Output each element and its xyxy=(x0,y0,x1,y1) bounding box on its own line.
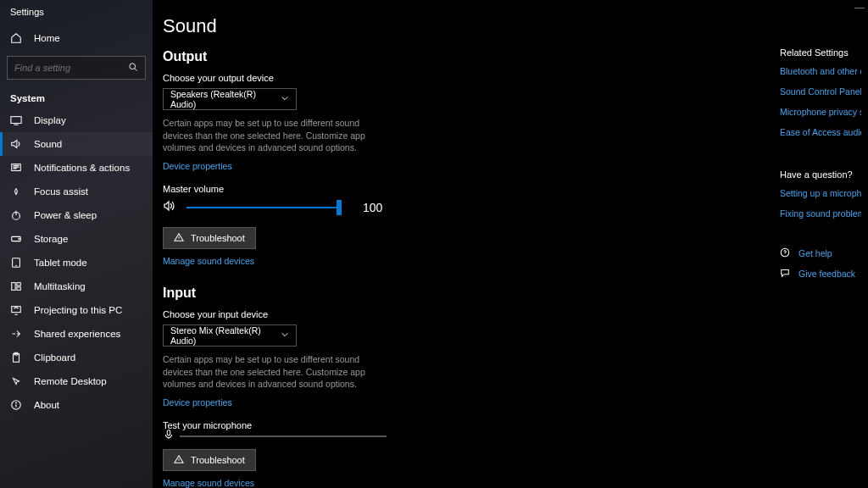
sidebar-item-projecting[interactable]: Projecting to this PC xyxy=(0,298,153,322)
sidebar-item-label: Tablet mode xyxy=(34,258,87,268)
group-header-system: System xyxy=(0,88,153,108)
output-help-text: Certain apps may be set up to use differ… xyxy=(163,117,383,154)
sidebar-item-remote[interactable]: Remote Desktop xyxy=(0,369,153,393)
have-question-header: Have a question? xyxy=(780,169,861,180)
related-link-ease-of-access[interactable]: Ease of Access audio settings xyxy=(780,127,861,137)
master-volume-label: Master volume xyxy=(163,184,620,194)
sidebar: Settings Home System Display Sound Notif… xyxy=(0,0,153,488)
volume-value: 100 xyxy=(363,201,382,214)
input-device-value: Stereo Mix (Realtek(R) Audio) xyxy=(170,325,281,346)
troubleshoot-label: Troubleshoot xyxy=(191,455,245,465)
focus-icon xyxy=(10,186,22,197)
app-title: Settings xyxy=(0,3,153,25)
chevron-down-icon xyxy=(281,330,289,341)
svg-rect-13 xyxy=(17,287,20,291)
sidebar-item-clipboard[interactable]: Clipboard xyxy=(0,346,153,369)
svg-rect-21 xyxy=(167,430,170,435)
tablet-icon xyxy=(10,257,22,269)
give-feedback-link[interactable]: Give feedback xyxy=(780,268,861,280)
sidebar-item-label: Display xyxy=(34,115,66,125)
svg-point-19 xyxy=(16,402,17,403)
output-section-title: Output xyxy=(163,49,620,64)
home-label: Home xyxy=(34,33,60,43)
related-link-sound-control-panel[interactable]: Sound Control Panel xyxy=(780,86,861,97)
projecting-icon xyxy=(10,304,22,316)
sidebar-item-notifications[interactable]: Notifications & actions xyxy=(0,156,153,180)
sidebar-item-about[interactable]: About xyxy=(0,393,153,417)
notifications-icon xyxy=(10,162,22,174)
related-link-microphone-privacy[interactable]: Microphone privacy settings xyxy=(780,107,861,117)
volume-slider[interactable] xyxy=(186,207,339,208)
mic-level-meter xyxy=(180,435,387,437)
window-minimize-button[interactable]: — xyxy=(854,2,865,14)
help-icon xyxy=(780,247,790,259)
related-link-bluetooth[interactable]: Bluetooth and other devices xyxy=(780,66,861,76)
get-help-link[interactable]: Get help xyxy=(780,247,861,259)
get-help-label: Get help xyxy=(798,248,832,258)
sidebar-item-storage[interactable]: Storage xyxy=(0,227,153,251)
chevron-down-icon xyxy=(281,94,289,104)
multitasking-icon xyxy=(10,280,22,292)
sidebar-item-tablet[interactable]: Tablet mode xyxy=(0,251,153,274)
input-manage-sound-devices-link[interactable]: Manage sound devices xyxy=(163,478,254,488)
output-device-properties-link[interactable]: Device properties xyxy=(163,161,232,171)
output-troubleshoot-button[interactable]: Troubleshoot xyxy=(163,227,256,249)
search-field[interactable] xyxy=(14,63,125,73)
about-icon xyxy=(10,399,22,411)
manage-sound-devices-link[interactable]: Manage sound devices xyxy=(163,256,254,266)
power-icon xyxy=(10,209,22,221)
sidebar-item-multitasking[interactable]: Multitasking xyxy=(0,274,153,298)
sidebar-item-power[interactable]: Power & sleep xyxy=(0,203,153,227)
sidebar-item-label: Storage xyxy=(34,234,68,244)
sidebar-item-shared[interactable]: Shared experiences xyxy=(0,322,153,346)
sidebar-item-label: Projecting to this PC xyxy=(34,305,122,315)
input-section-title: Input xyxy=(163,286,620,301)
input-device-dropdown[interactable]: Stereo Mix (Realtek(R) Audio) xyxy=(163,324,297,347)
sidebar-item-label: Notifications & actions xyxy=(34,163,130,173)
question-link-mic-setup[interactable]: Setting up a microphone xyxy=(780,188,861,198)
storage-icon xyxy=(10,233,22,245)
test-mic-label: Test your microphone xyxy=(163,420,620,430)
speaker-icon[interactable] xyxy=(163,199,176,215)
microphone-icon xyxy=(163,429,175,443)
home-button[interactable]: Home xyxy=(0,25,153,51)
svg-line-1 xyxy=(135,68,137,70)
svg-rect-12 xyxy=(17,283,20,286)
output-device-value: Speakers (Realtek(R) Audio) xyxy=(170,89,281,109)
warning-icon xyxy=(174,232,184,244)
input-device-properties-link[interactable]: Device properties xyxy=(163,397,232,408)
input-troubleshoot-button[interactable]: Troubleshoot xyxy=(163,449,256,471)
main-content: Sound Output Choose your output device S… xyxy=(153,0,868,488)
clipboard-icon xyxy=(10,352,22,363)
related-settings-header: Related Settings xyxy=(780,47,861,58)
home-icon xyxy=(10,32,22,44)
right-column: Related Settings Bluetooth and other dev… xyxy=(780,47,861,288)
choose-input-label: Choose your input device xyxy=(163,309,620,319)
sidebar-item-label: Shared experiences xyxy=(34,329,120,339)
svg-point-0 xyxy=(130,63,136,69)
sidebar-item-label: Focus assist xyxy=(34,186,88,197)
svg-rect-11 xyxy=(12,283,15,291)
remote-icon xyxy=(10,375,22,387)
choose-output-label: Choose your output device xyxy=(163,73,620,83)
svg-rect-2 xyxy=(11,117,21,124)
display-icon xyxy=(10,114,22,126)
sidebar-item-focus-assist[interactable]: Focus assist xyxy=(0,180,153,203)
sidebar-item-label: Sound xyxy=(34,139,62,149)
question-link-fixing-sound[interactable]: Fixing sound problems xyxy=(780,208,861,219)
warning-icon xyxy=(174,454,184,466)
give-feedback-label: Give feedback xyxy=(798,269,855,279)
sidebar-item-display[interactable]: Display xyxy=(0,108,153,132)
shared-icon xyxy=(10,328,22,340)
sidebar-item-sound[interactable]: Sound xyxy=(0,132,153,156)
sidebar-item-label: Remote Desktop xyxy=(34,376,107,386)
page-title: Sound xyxy=(163,15,620,37)
output-device-dropdown[interactable]: Speakers (Realtek(R) Audio) xyxy=(163,88,297,110)
sidebar-item-label: Multitasking xyxy=(34,281,86,291)
search-input[interactable] xyxy=(7,56,146,80)
sidebar-item-label: Power & sleep xyxy=(34,210,97,220)
sound-icon xyxy=(10,138,22,150)
troubleshoot-label: Troubleshoot xyxy=(191,233,245,243)
feedback-icon xyxy=(780,268,790,280)
input-help-text: Certain apps may be set up to use differ… xyxy=(163,353,383,391)
